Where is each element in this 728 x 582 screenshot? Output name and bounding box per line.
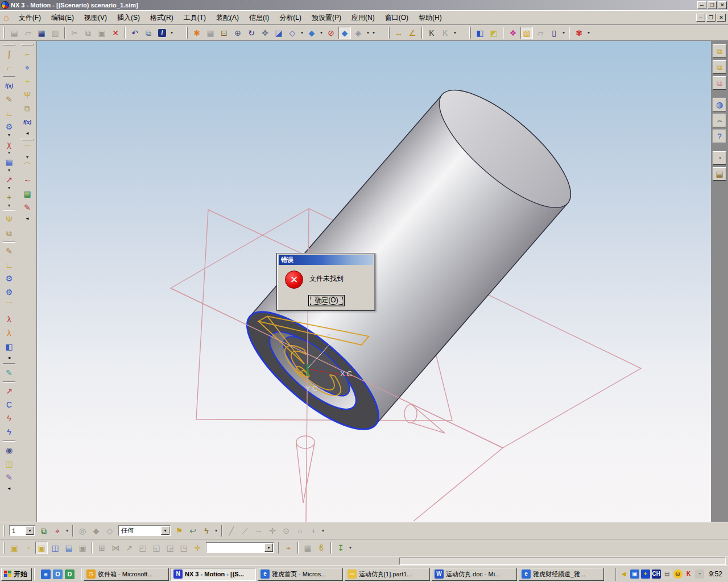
tray-clock[interactable]: 9:52 [709, 570, 722, 578]
taskbar-task-5[interactable]: e雅虎财经频道_雅... [519, 568, 604, 581]
display-mode-icon-dropdown-arrow[interactable]: ▾ [365, 27, 371, 39]
collapse-arrow[interactable]: ◂ [24, 214, 31, 222]
snap-settings-icon[interactable]: ϟ [200, 525, 213, 537]
measure-body-icon[interactable]: ◩ [487, 27, 500, 39]
help-tab[interactable]: ? [713, 130, 726, 143]
desktop-quicklaunch-icon[interactable]: D [65, 569, 75, 579]
reset-filter-icon[interactable]: ↩ [187, 525, 199, 537]
force-vector-icon[interactable]: ↗ [3, 173, 15, 186]
datum-export-icon[interactable]: ↧ [334, 542, 347, 554]
history-tab[interactable]: ◔ [713, 151, 726, 165]
assembly-navigator-tab[interactable]: ⧉ [713, 44, 726, 58]
error-dialog-titlebar[interactable]: 错误 [279, 255, 373, 265]
snap-settings-icon-dropdown-arrow[interactable]: ▾ [213, 525, 219, 537]
view-toolbar-options-arrow[interactable]: ▾ [371, 27, 377, 39]
mdi-close-button[interactable]: ✕ [717, 14, 726, 22]
menu-item-2[interactable]: 视图(V) [79, 11, 112, 24]
ie-quicklaunch-icon[interactable]: e [41, 569, 51, 579]
volume-tray-icon[interactable]: ◀ [619, 569, 628, 579]
view-orientation-icon[interactable]: ◇ [286, 27, 299, 39]
color-filter-icon[interactable]: ❖ [507, 27, 519, 39]
menu-item-11[interactable]: 窗口(O) [380, 11, 413, 24]
collapse-arrow[interactable]: ◂ [6, 484, 13, 492]
menu-item-7[interactable]: 信息(I) [244, 11, 274, 24]
toolbar-drag-handle[interactable] [21, 44, 34, 45]
toolbar-grip[interactable] [3, 27, 5, 39]
gear-drive-icon-dropdown-arrow[interactable]: ▾ [3, 132, 15, 138]
work-layer-combo[interactable]: 1▾ [9, 525, 35, 536]
minimize-window-button[interactable]: ─ [697, 1, 706, 9]
rotate-view-icon[interactable]: ↻ [245, 27, 258, 39]
measure-angle-icon[interactable]: ∠ [406, 27, 419, 39]
web-browser-tab[interactable]: ◍ [713, 98, 726, 111]
display-mode-icon[interactable]: ◈ [352, 27, 365, 39]
menu-item-12[interactable]: 帮助(H) [413, 11, 447, 24]
gripper-icon[interactable]: Ψ [3, 213, 15, 226]
taskbar-task-1[interactable]: NNX 3 - Motion - [(S... [171, 568, 256, 581]
menu-item-10[interactable]: 应用(N) [346, 11, 380, 24]
color-wheel-icon-dropdown-arrow[interactable]: ▾ [586, 27, 592, 39]
qq-messenger-tray-icon[interactable]: ω [673, 569, 682, 579]
input-plus-tray-icon[interactable]: + [641, 569, 650, 579]
scheduler-tray-icon[interactable]: ◔ [695, 569, 704, 579]
menu-item-5[interactable]: 工具(T) [179, 11, 211, 24]
toolbar-grip[interactable] [469, 27, 471, 39]
function-fx-icon[interactable]: f(x) [3, 80, 15, 92]
mdi-restore-button[interactable]: ❐ [706, 14, 715, 22]
motion-driver-icon-dropdown-arrow[interactable]: ▾ [3, 149, 15, 155]
view-orientation-icon-dropdown-arrow[interactable]: ▾ [299, 27, 305, 39]
body-red-icon[interactable]: λ [3, 313, 15, 326]
delete-icon[interactable]: ✕ [109, 27, 122, 39]
notebook-tab[interactable]: ▤ [713, 167, 726, 181]
claw-icon[interactable]: Ψ [21, 89, 34, 101]
pencil-a-icon[interactable]: ✎ [21, 201, 34, 214]
toolbar-grip[interactable] [388, 27, 390, 39]
measure-pen-icon[interactable]: ✎ [3, 93, 15, 106]
gear-train-icon[interactable]: ⚙ [3, 286, 15, 298]
ime-language-tray-icon[interactable]: CH [652, 569, 661, 579]
joint-icon[interactable]: ⌐ [21, 48, 34, 60]
selection-scope-combo-arrow[interactable]: ▾ [161, 526, 169, 535]
color-wheel-icon[interactable]: ✾ [573, 27, 585, 39]
force-vector-icon-dropdown-arrow[interactable]: ▾ [3, 185, 15, 190]
kingsoft-tray-icon[interactable]: K [684, 569, 693, 579]
toolbar-grip[interactable] [3, 542, 5, 554]
vector-icon[interactable]: ↗ [3, 385, 15, 397]
menu-item-0[interactable]: 文件(F) [14, 11, 46, 24]
start-button[interactable]: 开始 [1, 568, 32, 581]
body-orange-icon[interactable]: λ [3, 327, 15, 339]
point-icon[interactable]: + [21, 75, 34, 88]
selection-scope-combo[interactable]: 任何▾ [118, 525, 171, 536]
csys-icon[interactable]: ϟ [3, 412, 15, 425]
information-icon[interactable]: i [156, 27, 168, 39]
menu-item-6[interactable]: 装配(A) [211, 11, 244, 24]
keyboard-tray-icon[interactable]: ▤ [663, 569, 672, 579]
zoom-box-icon[interactable]: ⊡ [218, 27, 230, 39]
toolbar-grip[interactable] [186, 27, 188, 39]
ok-button[interactable]: 确定(O) [308, 295, 345, 306]
toolbar-drag-handle[interactable] [3, 44, 15, 45]
spline-tool-icon-dropdown-arrow[interactable]: ▾ [21, 154, 34, 160]
snap-point-icon-dropdown-arrow[interactable]: ▾ [64, 525, 70, 537]
filter-flag-icon[interactable]: ⚑ [173, 525, 185, 537]
wcs-origin-icon[interactable]: ▣ [35, 542, 48, 554]
constraint-navigator-tab[interactable]: ⧉ [713, 76, 726, 90]
refresh-icon[interactable]: ✱ [191, 27, 203, 39]
part-display-icon[interactable]: ▯ [548, 27, 560, 39]
spring-icon[interactable]: ʃ [3, 48, 15, 60]
toolbar-grip[interactable] [3, 525, 5, 537]
taskbar-task-2[interactable]: e雅虎首页 - Micros... [258, 568, 343, 581]
camera-icon[interactable]: ◉ [3, 444, 15, 456]
save-icon[interactable]: ▦ [35, 27, 48, 39]
cylinder-add-icon[interactable]: ◫ [3, 458, 15, 470]
wcs-rotate-icon[interactable]: ◔ [22, 542, 34, 554]
fit-view-icon[interactable]: ▦ [204, 27, 217, 39]
spline-tool-icon[interactable]: ⌒ [21, 143, 34, 155]
motion-body-icon[interactable]: ◧ [474, 27, 486, 39]
copy-display-icon[interactable]: ⧉ [142, 27, 155, 39]
wcs-axes-icon[interactable]: ⌖ [21, 61, 34, 74]
snap-point-icon[interactable]: ⌖ [51, 525, 64, 537]
collapse-arrow[interactable]: ◂ [6, 354, 13, 361]
chain-icon[interactable]: ⌁ [282, 542, 295, 554]
gear-drive-icon[interactable]: ⚙ [3, 120, 15, 133]
